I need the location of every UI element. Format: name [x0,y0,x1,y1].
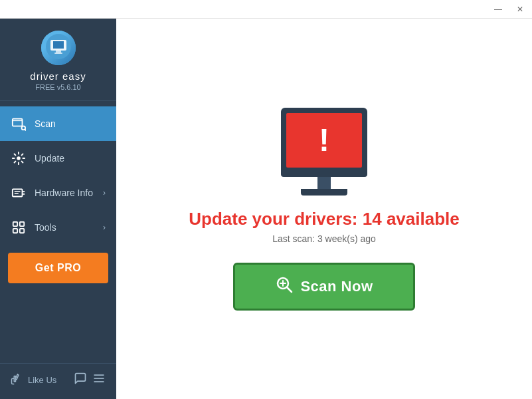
monitor-illustration: ! [281,108,367,196]
sidebar-logo: driver easy FREE v5.6.10 [0,19,116,101]
titlebar: — ✕ [0,0,532,19]
list-icon[interactable] [92,372,106,388]
svg-rect-11 [15,191,21,192]
svg-rect-16 [20,222,24,226]
scan-now-button[interactable]: Scan Now [233,263,414,311]
sidebar-item-tools[interactable]: Tools › [0,210,116,245]
thumbs-up-icon [11,373,23,387]
main-content: ! Update your drivers: 14 available Last… [116,19,532,399]
svg-line-23 [288,287,292,292]
svg-rect-17 [13,229,17,233]
sidebar: driver easy FREE v5.6.10 Scan [0,19,116,399]
svg-rect-3 [56,51,61,53]
svg-rect-5 [13,119,23,126]
svg-rect-15 [13,222,17,226]
tools-chevron-icon: › [103,223,106,232]
monitor-screen-outer: ! [281,108,367,170]
monitor-stand-base [301,189,347,196]
update-heading: Update your drivers: 14 available [189,209,460,229]
scan-now-label: Scan Now [300,278,373,295]
sidebar-footer: Like Us [0,363,116,399]
hardware-info-icon [11,185,27,201]
monitor-bottom-bar [281,170,367,177]
scan-now-icon [275,275,294,298]
sidebar-item-update[interactable]: Update [0,141,116,176]
last-scan-label: Last scan: 3 week(s) ago [272,233,376,244]
svg-rect-18 [20,229,24,233]
sidebar-item-scan-label: Scan [35,118,56,129]
svg-point-9 [17,156,21,160]
like-us-button[interactable]: Like Us [11,373,56,387]
sidebar-item-hardware-info-label: Hardware Info [35,188,93,198]
monitor-screen-inner: ! [286,113,362,168]
svg-rect-2 [53,41,64,49]
svg-rect-4 [54,53,62,54]
sidebar-nav: Scan Update [0,101,116,363]
update-icon [11,150,27,166]
sidebar-item-tools-label: Tools [35,222,56,233]
chat-icon[interactable] [74,372,87,388]
logo-letters [46,34,71,63]
logo-svg [46,34,71,59]
scan-icon [11,116,27,132]
hardware-info-chevron-icon: › [103,188,106,198]
app-name-label: driver easy [30,70,86,82]
get-pro-button[interactable]: Get PRO [8,253,108,283]
main-layout: driver easy FREE v5.6.10 Scan [0,19,532,399]
exclamation-mark: ! [319,124,329,156]
monitor: ! [281,108,367,196]
sidebar-item-update-label: Update [35,153,64,164]
svg-line-8 [25,130,26,131]
svg-rect-12 [15,193,19,194]
close-button[interactable]: ✕ [513,4,527,15]
sidebar-item-scan[interactable]: Scan [0,106,116,141]
version-label: FREE v5.6.10 [35,83,80,91]
footer-icons [74,372,106,388]
logo-icon [41,31,76,65]
minimize-button[interactable]: — [491,4,505,15]
sidebar-item-hardware-info[interactable]: Hardware Info › [0,176,116,210]
tools-icon [11,219,27,235]
monitor-stand-neck [317,177,331,189]
like-us-label: Like Us [28,375,56,385]
